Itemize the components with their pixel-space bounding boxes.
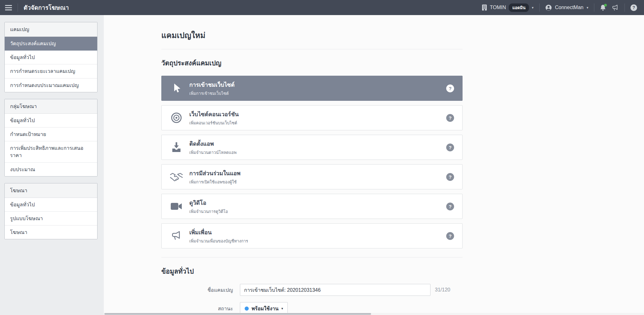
topbar-divider <box>539 3 540 12</box>
app-title: ตัวจัดการโฆษณา <box>24 3 69 12</box>
objective-subtitle: เพิ่มการเข้าชมเว็บไซต์ <box>189 90 235 97</box>
char-counter: 31/120 <box>435 287 450 293</box>
sidebar: แคมเปญ วัตถุประสงค์แคมเปญ ข้อมูลทั่วไป ก… <box>0 15 104 315</box>
notification-dot <box>604 4 607 7</box>
topbar-divider <box>625 3 625 12</box>
objective-help-icon[interactable]: ? <box>446 232 454 240</box>
objective-subtitle: เพิ่มจำนวนเพื่อนของบัญชีทางการ <box>189 238 248 244</box>
building-icon <box>482 4 487 11</box>
megaphone-icon <box>170 231 183 241</box>
objective-subtitle: เพิ่มจำนวนการดูวิดีโอ <box>189 208 228 215</box>
topbar: ตัวจัดการโฆษณา TOMIN แอดมิน ▾ ConnectMan… <box>0 0 644 15</box>
sidebar-group-adgroup: กลุ่มโฆษณา ข้อมูลทั่วไป กำหนดเป้าหมาย กา… <box>4 99 97 177</box>
sidebar-item-campaign-general[interactable]: ข้อมูลทั่วไป <box>5 51 97 64</box>
status-active-dot <box>245 307 249 311</box>
sidebar-item-ad-general[interactable]: ข้อมูลทั่วไป <box>5 198 97 212</box>
objective-subtitle: เพิ่มการเปิดใช้แอพของผู้ใช้ <box>189 179 241 185</box>
objective-option-website-conversion[interactable]: เว็บไซต์คอนเวอร์ชัน เพิ่มคอนเวอร์ชันบนเว… <box>161 105 463 130</box>
objective-option-app-install[interactable]: ติดตั้งแอพ เพิ่มจำนวนดาวน์โหลดแอพ ? <box>161 135 463 160</box>
sidebar-group-campaign: แคมเปญ วัตถุประสงค์แคมเปญ ข้อมูลทั่วไป ก… <box>4 22 97 92</box>
objective-title: เพิ่มเพื่อน <box>189 228 248 237</box>
objective-title: เว็บไซต์คอนเวอร์ชัน <box>189 110 239 119</box>
objective-help-icon[interactable]: ? <box>446 173 454 181</box>
help-icon[interactable]: ? <box>630 4 637 11</box>
user-menu[interactable]: ConnectMan ▾ <box>545 4 588 11</box>
sidebar-item-campaign-budget[interactable]: การกำหนดงบประมาณแคมเปญ <box>5 79 97 92</box>
chevron-down-icon: ▾ <box>586 6 588 9</box>
topbar-right: TOMIN แอดมิน ▾ ConnectMan ▾ ? <box>482 3 644 12</box>
handshake-icon <box>170 172 183 182</box>
notification-group <box>600 4 619 11</box>
video-camera-icon <box>170 202 183 211</box>
user-name: ConnectMan <box>555 5 584 10</box>
objective-help-icon[interactable]: ? <box>446 84 454 92</box>
cursor-icon <box>170 83 183 94</box>
objective-subtitle: เพิ่มคอนเวอร์ชันบนเว็บไซต์ <box>189 120 239 126</box>
sidebar-header-campaign: แคมเปญ <box>5 22 97 37</box>
sidebar-item-adgroup-general[interactable]: ข้อมูลทั่วไป <box>5 114 97 128</box>
target-icon <box>170 112 183 123</box>
general-section-title: ข้อมูลทั่วไป <box>161 266 463 276</box>
horizontal-scrollbar <box>104 313 644 315</box>
sidebar-item-campaign-objective[interactable]: วัตถุประสงค์แคมเปญ <box>5 37 97 51</box>
topbar-divider <box>594 3 594 12</box>
objective-title: การเข้าชมเว็บไซต์ <box>189 80 235 89</box>
page-body: แคมเปญ วัตถุประสงค์แคมเปญ ข้อมูลทั่วไป ก… <box>0 15 644 315</box>
campaign-name-input[interactable] <box>240 284 430 296</box>
menu-icon[interactable] <box>5 5 12 10</box>
sidebar-header-adgroup: กลุ่มโฆษณา <box>5 99 97 114</box>
megaphone-icon[interactable] <box>612 4 619 11</box>
user-avatar-icon <box>545 4 552 11</box>
sidebar-header-ad: โฆษณา <box>5 183 97 198</box>
sidebar-item-adgroup-budget[interactable]: งบประมาณ <box>5 163 97 176</box>
objective-option-app-engagement[interactable]: การมีส่วนร่วมในแอพ เพิ่มการเปิดใช้แอพของ… <box>161 164 463 189</box>
account-switcher[interactable]: TOMIN แอดมิน ▾ <box>482 3 534 12</box>
sidebar-item-adgroup-targeting[interactable]: กำหนดเป้าหมาย <box>5 128 97 141</box>
sidebar-item-adgroup-optimization[interactable]: การเพิ่มประสิทธิภาพและการเสนอราคา <box>5 141 97 162</box>
objective-help-icon[interactable]: ? <box>446 114 454 122</box>
chevron-down-icon: ▾ <box>281 307 283 310</box>
sidebar-item-campaign-schedule[interactable]: การกำหนดระยะเวลาแคมเปญ <box>5 64 97 78</box>
topbar-left: ตัวจัดการโฆษณา <box>0 3 69 12</box>
bell-icon[interactable] <box>600 4 606 11</box>
objective-section-title: วัตถุประสงค์แคมเปญ <box>161 58 463 68</box>
campaign-name-row: ชื่อแคมเปญ 31/120 <box>161 284 463 296</box>
sidebar-group-ad: โฆษณา ข้อมูลทั่วไป รูปแบบโฆษณา โฆษณา <box>4 183 97 240</box>
sidebar-item-ad[interactable]: โฆษณา <box>5 225 97 239</box>
status-value: พร้อมใช้งาน <box>252 305 279 312</box>
objective-subtitle: เพิ่มจำนวนดาวน์โหลดแอพ <box>189 149 236 156</box>
horizontal-scrollbar-thumb[interactable] <box>104 313 371 315</box>
chevron-down-icon: ▾ <box>532 6 534 9</box>
objective-option-add-friends[interactable]: เพิ่มเพื่อน เพิ่มจำนวนเพื่อนของบัญชีทางก… <box>161 223 463 248</box>
page-title: แคมเปญใหม่ <box>161 29 463 41</box>
role-badge: แอดมิน <box>509 3 529 12</box>
account-name: TOMIN <box>490 5 506 10</box>
main-content: แคมเปญใหม่ วัตถุประสงค์แคมเปญ การเข้าชมเ… <box>104 15 644 315</box>
objective-title: การมีส่วนร่วมในแอพ <box>189 169 241 178</box>
objective-help-icon[interactable]: ? <box>446 144 454 151</box>
objective-option-website-visits[interactable]: การเข้าชมเว็บไซต์ เพิ่มการเข้าชมเว็บไซต์… <box>161 76 463 101</box>
objective-help-icon[interactable]: ? <box>446 203 454 210</box>
objective-title: ดูวิดีโอ <box>189 198 228 207</box>
campaign-name-label: ชื่อแคมเปญ <box>161 286 240 294</box>
download-icon <box>170 142 183 153</box>
objective-title: ติดตั้งแอพ <box>189 139 236 148</box>
divider <box>161 49 463 49</box>
sidebar-item-ad-format[interactable]: รูปแบบโฆษณา <box>5 212 97 225</box>
status-label: สถานะ <box>161 305 240 312</box>
divider <box>161 257 463 258</box>
objective-option-video-views[interactable]: ดูวิดีโอ เพิ่มจำนวนการดูวิดีโอ ? <box>161 194 463 219</box>
topbar-divider <box>18 3 18 12</box>
